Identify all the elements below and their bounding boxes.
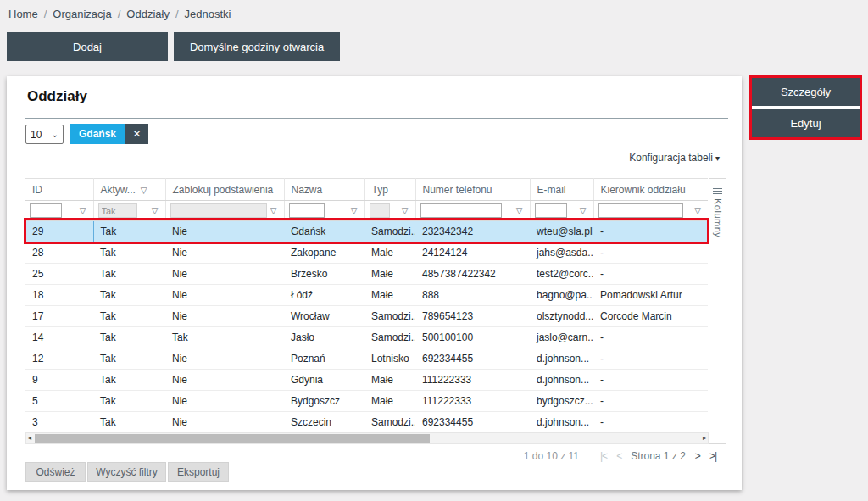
- breadcrumb-separator: /: [118, 8, 121, 20]
- column-header-3[interactable]: Nazwa: [284, 179, 364, 201]
- table-cell: -: [593, 242, 708, 264]
- filter-funnel-icon[interactable]: ▽: [149, 206, 161, 215]
- next-page-button[interactable]: >: [695, 450, 700, 462]
- scrollbar-thumb[interactable]: [35, 434, 430, 443]
- table-row[interactable]: 5TakNieBydgoszczMałe111222333bydgoszcz..…: [25, 391, 708, 412]
- column-header-2[interactable]: Zablokuj podstawienia: [165, 179, 284, 201]
- filter-input-3[interactable]: [289, 203, 325, 218]
- column-header-5[interactable]: Numer telefonu: [415, 179, 530, 201]
- filter-input-4: [370, 203, 390, 218]
- scroll-right-icon[interactable]: ▸: [703, 433, 706, 443]
- table-cell: -: [593, 221, 708, 242]
- columns-side-tab[interactable]: Kolumny: [709, 178, 726, 444]
- table-cell: Tak: [93, 391, 165, 412]
- table-cell: Małe: [364, 391, 415, 412]
- table-cell: Tak: [93, 412, 165, 433]
- filter-chip-remove-button[interactable]: ✕: [125, 124, 148, 144]
- table-row[interactable]: 9TakNieGdyniaMałe111222333d.johnson...-: [25, 370, 708, 391]
- edit-button[interactable]: Edytuj: [752, 109, 860, 137]
- column-header-0[interactable]: ID: [25, 179, 93, 201]
- refresh-button[interactable]: Odśwież: [25, 462, 86, 482]
- table-cell: Jasło: [284, 327, 364, 348]
- breadcrumb-jednostki[interactable]: Jednostki: [185, 8, 231, 20]
- breadcrumb-organizacja[interactable]: Organizacja: [53, 8, 111, 20]
- filter-funnel-icon[interactable]: ▽: [399, 206, 411, 215]
- chevron-down-icon: ⌄: [52, 130, 58, 139]
- table-cell: Corcode Marcin: [593, 306, 708, 327]
- table-cell: Tak: [93, 242, 165, 264]
- table-cell: 24124124: [415, 242, 530, 264]
- filter-cell-3: ▽: [284, 201, 364, 221]
- table-cell: Tak: [93, 264, 165, 285]
- column-header-6[interactable]: E-mail: [530, 179, 593, 201]
- table-row[interactable]: 18TakNieŁódźMałe888bagno@pa...Pomadowski…: [25, 285, 708, 306]
- column-header-7[interactable]: Kierownik oddziału: [593, 179, 708, 201]
- filter-input-5[interactable]: [420, 203, 502, 218]
- first-page-button[interactable]: |<: [600, 450, 607, 462]
- table-cell: Małe: [364, 285, 415, 306]
- table-cell: Małe: [364, 264, 415, 285]
- table-cell: Bydgoszcz: [284, 391, 364, 412]
- table-cell: Samodzi...: [364, 221, 415, 242]
- filter-cell-1: ▽: [93, 201, 165, 221]
- filter-input-2: [170, 203, 267, 218]
- page-size-select[interactable]: 10 ⌄: [25, 125, 64, 144]
- table-cell: jahs@asda...: [530, 242, 593, 264]
- details-button[interactable]: Szczegóły: [752, 78, 860, 106]
- table-cell: 25: [25, 264, 93, 285]
- filter-funnel-icon[interactable]: ▽: [577, 206, 589, 215]
- table-row[interactable]: 12TakNiePoznańLotnisko692334455d.johnson…: [25, 348, 708, 370]
- previous-page-button[interactable]: <: [616, 450, 621, 462]
- table-cell: Nie: [165, 306, 284, 327]
- table-cell: Zakopane: [284, 242, 364, 264]
- table-cell: Nie: [165, 370, 284, 391]
- filter-funnel-icon[interactable]: ▽: [77, 206, 89, 215]
- table-cell: -: [593, 348, 708, 370]
- title-divider: [25, 118, 728, 119]
- scroll-left-icon[interactable]: ◂: [28, 433, 31, 443]
- table-row[interactable]: 14TakTakJasłoSamodzi...500100100jaslo@ca…: [25, 327, 708, 348]
- breadcrumb-home[interactable]: Home: [8, 8, 38, 20]
- export-button[interactable]: Eksportuj: [168, 462, 229, 482]
- column-header-label: ID: [32, 184, 42, 196]
- table-row[interactable]: 17TakNieWrocławSamodzi...789654123olszty…: [25, 306, 708, 327]
- filter-input-6[interactable]: [535, 203, 567, 218]
- table-row[interactable]: 3TakNieSzczecinSamodzi...692334455d.john…: [25, 412, 708, 433]
- default-opening-hours-button[interactable]: Domyślne godziny otwarcia: [174, 32, 340, 61]
- breadcrumb-oddzialy[interactable]: Oddziały: [126, 8, 170, 20]
- table-row[interactable]: 25TakNieBrzeskoMałe4857387422342test2@co…: [25, 264, 708, 285]
- table-cell: Samodzi...: [364, 412, 415, 433]
- column-header-1[interactable]: Aktyw...▽: [93, 179, 165, 201]
- table-cell: -: [593, 327, 708, 348]
- column-header-4[interactable]: Typ: [364, 179, 415, 201]
- row-actions-highlight: Szczegóły Edytuj: [749, 75, 862, 140]
- pagination-page-label: Strona 1 z 2: [631, 450, 686, 462]
- table-cell: Nie: [165, 285, 284, 306]
- table-config-label: Konfiguracja tabeli: [629, 152, 713, 164]
- filter-cell-4: ▽: [364, 201, 415, 221]
- filter-funnel-icon[interactable]: ▽: [514, 206, 526, 215]
- table-cell: Małe: [364, 370, 415, 391]
- filter-funnel-icon[interactable]: ▽: [692, 206, 704, 215]
- last-page-button[interactable]: >|: [709, 450, 716, 462]
- filter-input-7[interactable]: [598, 203, 683, 218]
- add-button[interactable]: Dodaj: [7, 32, 168, 61]
- table-cell: 692334455: [415, 412, 530, 433]
- column-header-label: Typ: [372, 184, 388, 196]
- table-cell: wteu@sla.pl: [530, 221, 593, 242]
- horizontal-scrollbar[interactable]: ◂ ▸: [25, 432, 709, 444]
- table-cell: -: [593, 412, 708, 433]
- table-cell: Nie: [165, 391, 284, 412]
- table-cell: Brzesko: [284, 264, 364, 285]
- table-cell: -: [593, 370, 708, 391]
- filter-funnel-icon[interactable]: ▽: [268, 206, 280, 215]
- table-cell: 111222333: [415, 370, 530, 391]
- table-cell: Tak: [93, 221, 165, 242]
- table-row[interactable]: 28TakNieZakopaneMałe24124124jahs@asda...…: [25, 242, 708, 264]
- clear-filters-button[interactable]: Wyczyść filtry: [87, 462, 166, 482]
- filter-input-0[interactable]: [30, 203, 62, 218]
- table-row[interactable]: 29TakNieGdańskSamodzi...232342342wteu@sl…: [25, 221, 708, 242]
- filter-funnel-icon[interactable]: ▽: [348, 206, 360, 215]
- filter-input-1: [98, 203, 137, 218]
- table-config-menu[interactable]: Konfiguracja tabeli▾: [629, 152, 720, 164]
